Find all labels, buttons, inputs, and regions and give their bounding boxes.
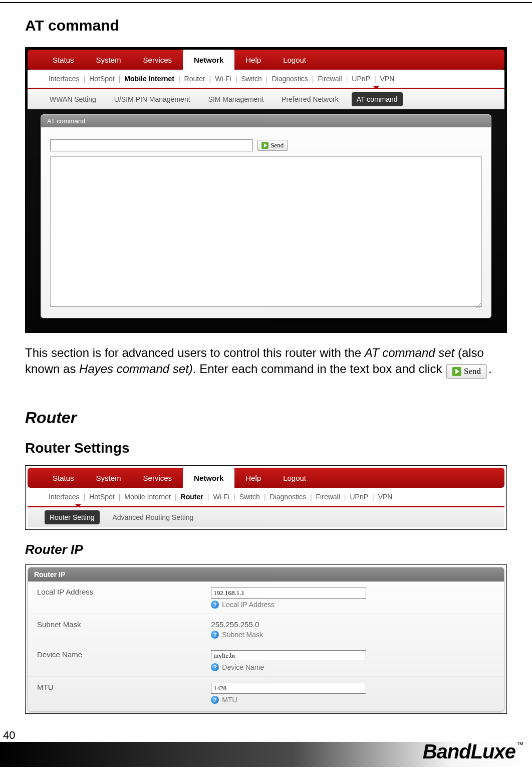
menu-network-2[interactable]: Network <box>183 468 234 488</box>
main-menu-2: Status System Services Network Help Logo… <box>28 468 504 488</box>
menu-logout[interactable]: Logout <box>272 50 317 70</box>
subnav-upnp[interactable]: UPnP <box>348 75 374 83</box>
router-ip-panel-title: Router IP <box>28 567 504 582</box>
local-ip-input[interactable] <box>211 588 366 599</box>
panel-area: AT command Send <box>26 109 506 332</box>
subnav2-hotspot[interactable]: HotSpot <box>85 493 119 501</box>
menu-logout-2[interactable]: Logout <box>272 468 317 488</box>
active-indicator-rule-2 <box>28 506 504 507</box>
main-menu: Status System Services Network Help Logo… <box>28 50 504 70</box>
router-ip-screenshot: Router IP Local IP Address ? Local IP Ad… <box>25 564 507 714</box>
tert-sim-mgmt[interactable]: SIM Management <box>203 92 269 106</box>
row-device-name: Device Name ? Device Name <box>28 644 504 672</box>
menu-help[interactable]: Help <box>234 50 272 70</box>
menu-network[interactable]: Network <box>183 50 234 70</box>
sub-nav-2: Interfaces| HotSpot| Mobile Internet| Ro… <box>28 488 504 506</box>
device-name-help-label: Device Name <box>222 663 264 671</box>
router-heading: Router <box>25 409 507 427</box>
device-name-input[interactable] <box>211 650 366 661</box>
send-button[interactable]: Send <box>257 140 288 151</box>
subnav-vpn[interactable]: VPN <box>376 75 399 83</box>
subnav-hotspot[interactable]: HotSpot <box>85 75 119 83</box>
play-icon <box>452 367 461 376</box>
mtu-label: MTU <box>37 683 211 691</box>
subnav2-diagnostics[interactable]: Diagnostics <box>266 493 310 501</box>
at-command-explanation: This section is for advanced users to co… <box>25 345 507 378</box>
menu-status[interactable]: Status <box>42 50 85 70</box>
active-indicator-rule <box>28 88 504 89</box>
tertiary-nav-2: Router Setting Advanced Routing Setting <box>28 507 504 527</box>
subnav2-interfaces[interactable]: Interfaces <box>45 493 83 501</box>
menu-system-2[interactable]: System <box>85 468 132 488</box>
help-icon[interactable]: ? <box>211 631 219 639</box>
tert2-advanced-routing[interactable]: Advanced Routing Setting <box>108 510 199 524</box>
mtu-input[interactable] <box>211 683 366 694</box>
subnav-firewall[interactable]: Firewall <box>314 75 346 83</box>
inline-send-button: Send <box>446 364 487 379</box>
device-name-label: Device Name <box>37 650 211 659</box>
menu-status-2[interactable]: Status <box>42 468 85 488</box>
tert-usim-pin[interactable]: U/SIM PIN Management <box>109 92 195 106</box>
help-icon[interactable]: ? <box>211 601 219 609</box>
subnav2-mobile-internet[interactable]: Mobile Internet <box>120 493 175 501</box>
router-settings-screenshot: Status System Services Network Help Logo… <box>25 465 507 530</box>
row-subnet: Subnet Mask 255.255.255.0 ? Subnet Mask <box>28 614 504 640</box>
page-footer: 40 BandLuxe™ <box>0 729 532 767</box>
at-command-input[interactable] <box>50 139 253 151</box>
subnav2-router[interactable]: Router <box>177 493 207 501</box>
page-number: 40 <box>3 729 15 742</box>
subnet-label: Subnet Mask <box>37 620 211 629</box>
router-settings-heading: Router Settings <box>25 440 507 456</box>
local-ip-help-label: Local IP Address <box>222 601 275 609</box>
help-icon[interactable]: ? <box>211 696 219 704</box>
menu-services-2[interactable]: Services <box>132 468 183 488</box>
subnav-diagnostics[interactable]: Diagnostics <box>268 75 312 83</box>
menu-help-2[interactable]: Help <box>234 468 272 488</box>
help-icon[interactable]: ? <box>211 663 219 671</box>
tertiary-nav: WWAN Setting U/SIM PIN Management SIM Ma… <box>28 89 504 109</box>
subnav2-firewall[interactable]: Firewall <box>312 493 344 501</box>
subnet-value: 255.255.255.0 <box>211 620 495 629</box>
subnav2-vpn[interactable]: VPN <box>374 493 397 501</box>
at-command-output[interactable] <box>50 156 482 307</box>
subnav-wifi[interactable]: Wi-Fi <box>211 75 235 83</box>
subnav2-upnp[interactable]: UPnP <box>346 493 372 501</box>
tert-wwan[interactable]: WWAN Setting <box>45 92 101 106</box>
at-command-panel: AT command Send <box>41 114 491 318</box>
subnav-interfaces[interactable]: Interfaces <box>45 75 83 83</box>
subnav-mobile-internet[interactable]: Mobile Internet <box>120 75 178 83</box>
at-command-screenshot: Status System Services Network Help Logo… <box>25 47 507 333</box>
router-ip-panel: Router IP Local IP Address ? Local IP Ad… <box>28 567 504 711</box>
tert-at-command[interactable]: AT command <box>352 92 403 106</box>
subnav2-switch[interactable]: Switch <box>235 493 264 501</box>
mtu-help-label: MTU <box>222 696 237 704</box>
subnav-router[interactable]: Router <box>180 75 209 83</box>
row-mtu: MTU ? MTU <box>28 676 504 711</box>
send-button-label: Send <box>271 141 284 149</box>
at-command-heading: AT command <box>25 17 507 34</box>
row-local-ip: Local IP Address ? Local IP Address <box>28 582 504 610</box>
sub-nav: Interfaces| HotSpot| Mobile Internet| Ro… <box>28 70 504 88</box>
subnet-help-label: Subnet Mask <box>222 631 263 639</box>
subnav-switch[interactable]: Switch <box>237 75 266 83</box>
router-ip-heading: Router IP <box>25 542 507 557</box>
menu-system[interactable]: System <box>85 50 132 70</box>
menu-services[interactable]: Services <box>132 50 183 70</box>
brand-logo: BandLuxe™ <box>423 740 523 763</box>
local-ip-label: Local IP Address <box>37 588 211 596</box>
subnav2-wifi[interactable]: Wi-Fi <box>209 493 233 501</box>
play-icon <box>261 142 269 149</box>
tert-preferred-network[interactable]: Preferred Network <box>277 92 344 106</box>
panel-title: AT command <box>41 115 491 127</box>
tert2-router-setting[interactable]: Router Setting <box>45 510 100 524</box>
